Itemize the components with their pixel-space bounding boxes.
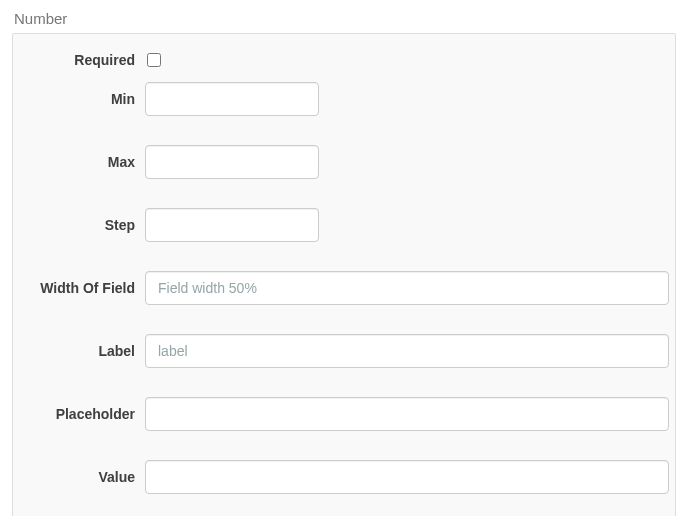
placeholder-input[interactable] (145, 397, 669, 431)
label-width: Width Of Field (17, 280, 145, 296)
control-required (145, 50, 164, 70)
row-width: Width Of Field (17, 271, 671, 305)
min-input[interactable] (145, 82, 319, 116)
row-label: Label (17, 334, 671, 368)
label-min: Min (17, 91, 145, 107)
form-editor-panel: Number Required Min Max Step (0, 0, 688, 516)
max-input[interactable] (145, 145, 319, 179)
width-input[interactable] (145, 271, 669, 305)
row-step: Step (17, 208, 671, 242)
section-title: Number (14, 10, 676, 27)
label-input[interactable] (145, 334, 669, 368)
row-min: Min (17, 82, 671, 116)
control-label (145, 334, 671, 368)
control-min (145, 82, 319, 116)
row-required: Required (17, 50, 671, 70)
value-input[interactable] (145, 460, 669, 494)
control-max (145, 145, 319, 179)
control-step (145, 208, 319, 242)
label-placeholder: Placeholder (17, 406, 145, 422)
control-width (145, 271, 671, 305)
label-label: Label (17, 343, 145, 359)
form-panel: Required Min Max Step Width Of Field (12, 33, 676, 516)
row-value: Value (17, 460, 671, 494)
control-placeholder (145, 397, 671, 431)
label-step: Step (17, 217, 145, 233)
required-checkbox[interactable] (147, 53, 161, 67)
row-max: Max (17, 145, 671, 179)
label-value: Value (17, 469, 145, 485)
control-value (145, 460, 671, 494)
step-input[interactable] (145, 208, 319, 242)
row-placeholder: Placeholder (17, 397, 671, 431)
label-max: Max (17, 154, 145, 170)
label-required: Required (17, 52, 145, 68)
